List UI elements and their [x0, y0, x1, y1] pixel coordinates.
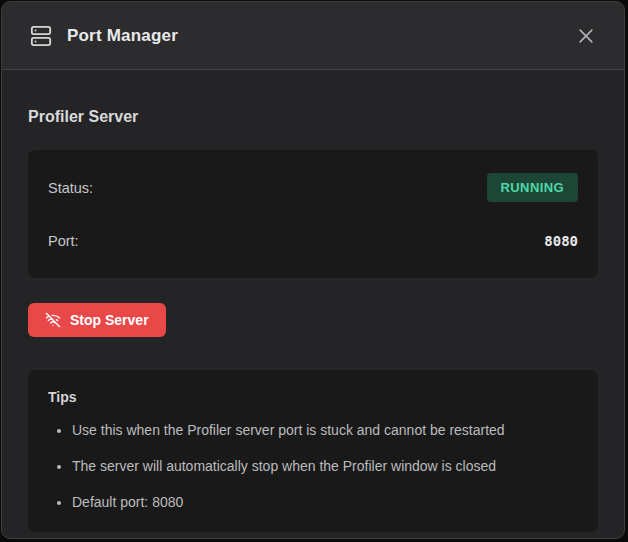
- dialog-title: Port Manager: [67, 26, 178, 46]
- status-badge: RUNNING: [487, 173, 578, 202]
- close-button[interactable]: [572, 22, 600, 50]
- tip-item: The server will automatically stop when …: [72, 456, 578, 476]
- section-heading: Profiler Server: [28, 108, 598, 126]
- stop-server-label: Stop Server: [70, 312, 149, 328]
- port-row: Port: 8080: [48, 227, 578, 255]
- port-value: 8080: [544, 233, 578, 249]
- wifi-off-icon: [45, 312, 61, 328]
- server-icon: [30, 25, 52, 47]
- status-label: Status:: [48, 180, 93, 196]
- dialog-header: Port Manager: [2, 2, 624, 70]
- tips-panel: Tips Use this when the Profiler server p…: [28, 370, 598, 532]
- port-label: Port:: [48, 233, 79, 249]
- dialog-body: Profiler Server Status: RUNNING Port: 80…: [2, 70, 624, 532]
- status-panel: Status: RUNNING Port: 8080: [28, 150, 598, 278]
- port-manager-dialog: Port Manager Profiler Server Status: RUN…: [1, 1, 625, 539]
- tips-heading: Tips: [48, 389, 578, 405]
- close-icon: [576, 26, 596, 46]
- tips-list: Use this when the Profiler server port i…: [48, 420, 578, 512]
- stop-server-button[interactable]: Stop Server: [28, 303, 166, 337]
- tip-item: Use this when the Profiler server port i…: [72, 420, 578, 440]
- status-row: Status: RUNNING: [48, 173, 578, 202]
- tip-item: Default port: 8080: [72, 492, 578, 512]
